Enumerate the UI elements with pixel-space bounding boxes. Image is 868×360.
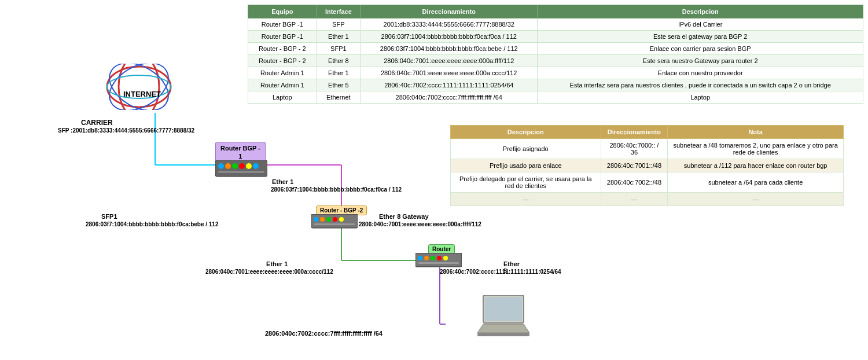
svg-point-10: [104, 64, 174, 110]
sub-cell-direccionamiento: 2806:40c:7002::/48: [601, 172, 668, 193]
svg-point-15: [225, 163, 231, 169]
svg-point-33: [443, 256, 448, 260]
sub-table-row: Prefijo usado para enlace2806:40c:7001::…: [451, 159, 844, 172]
svg-point-25: [333, 217, 337, 222]
ether1-bgp1-label: Ether 1: [272, 178, 293, 185]
svg-point-31: [431, 256, 435, 260]
ether1-admin-label: Ether 1: [266, 260, 288, 267]
svg-rect-34: [418, 262, 459, 264]
svg-marker-37: [477, 324, 529, 333]
cell-descripcion: Enlace con nuestro proveedor: [538, 67, 863, 79]
col-descripcion: Descripcion: [538, 5, 863, 19]
svg-point-19: [253, 163, 259, 169]
cell-descripcion: Esta interfaz sera para nuestros cliente…: [538, 79, 863, 91]
ether1-bgp1-addr: 2806:03f7:1004:bbbb:bbbb:bbbb:f0ca:f0ca …: [271, 186, 402, 193]
internet-cloud: [104, 64, 174, 111]
svg-point-24: [326, 217, 331, 222]
sub-cell-descripcion: —: [451, 193, 601, 206]
cell-descripcion: IPv6 del Carrier: [538, 19, 863, 31]
svg-rect-36: [485, 297, 522, 321]
router-bgp1-icon: [215, 160, 267, 179]
connection-lines: [0, 0, 446, 360]
router-bgp2-icon: [311, 214, 358, 230]
cell-descripcion: Este sera el gateway para BGP 2: [538, 31, 863, 43]
laptop-icon: [477, 295, 529, 340]
sub-cell-nota: subnetear a /64 para cada cliente: [668, 172, 844, 193]
svg-rect-27: [314, 223, 355, 225]
svg-point-30: [424, 256, 429, 260]
sub-cell-nota: —: [668, 193, 844, 206]
sub-table-row: ———: [451, 193, 844, 206]
prefix-table: Descripcion Direccionamiento Nota Prefij…: [450, 125, 844, 206]
svg-rect-38: [477, 333, 529, 336]
ether5-addr: 2806:40c:7002:cccc:1111:1111:1111:0254/6…: [440, 269, 561, 275]
sfp1-label: SFP1: [101, 213, 117, 220]
svg-point-11: [104, 64, 174, 110]
router-admin1-icon: [415, 253, 462, 269]
svg-rect-20: [218, 171, 264, 173]
svg-point-17: [239, 163, 245, 169]
svg-point-16: [232, 163, 238, 169]
sub-table-section: Descripcion Direccionamiento Nota Prefij…: [446, 120, 868, 211]
svg-point-26: [339, 217, 344, 222]
sub-cell-nota: subnetear a /112 para hacer enlace con r…: [668, 159, 844, 172]
internet-label: INTERNET: [123, 90, 161, 98]
svg-point-18: [246, 163, 252, 169]
svg-point-23: [320, 217, 325, 222]
ether8-label: Ether 8 Gateway: [379, 213, 429, 220]
svg-point-8: [107, 67, 171, 107]
sub-table-row: Prefijo delegado por el carrier, se usar…: [451, 172, 844, 193]
carrier-addr: SFP :2001:db8:3333:4444:5555:6666:7777:8…: [58, 127, 194, 134]
sub-cell-descripcion: Prefijo asignado: [451, 139, 601, 159]
sfp1-addr: 2806:03f7:1004:bbbb:bbbb:bbbb:f0ca:bebe …: [86, 221, 219, 227]
ether1-admin-addr: 2806:040c:7001:eeee:eeee:eeee:000a:cccc/…: [205, 269, 333, 275]
cell-descripcion: Laptop: [538, 91, 863, 104]
sub-col-descripcion: Descripcion: [451, 126, 601, 139]
sub-cell-descripcion: Prefijo delegado por el carrier, se usar…: [451, 172, 601, 193]
laptop-addr: 2806:040c:7002:cccc:7fff:ffff:ffff:ffff …: [265, 330, 382, 337]
cell-descripcion: Este sera nuestro Gateway para router 2: [538, 55, 863, 67]
sub-col-direccionamiento: Direccionamiento: [601, 126, 668, 139]
sub-cell-direccionamiento: 2806:40c:7000:: / 36: [601, 139, 668, 159]
sub-cell-nota: subnetear a /48 tomaremos 2, uno para en…: [668, 139, 844, 159]
svg-point-14: [218, 163, 224, 169]
cell-descripcion: Enlace con carrier para sesion BGP: [538, 43, 863, 55]
sub-cell-direccionamiento: —: [601, 193, 668, 206]
sub-cell-direccionamiento: 2806:40c:7001::/48: [601, 159, 668, 172]
svg-point-29: [418, 256, 422, 260]
ether8-addr: 2806:040c:7001:eeee:eeee:eeee:000a:ffff/…: [359, 221, 481, 227]
network-diagram: INTERNET CARRIER SFP :2001:db8:3333:4444…: [0, 0, 446, 360]
sub-col-nota: Nota: [668, 126, 844, 139]
svg-point-22: [314, 217, 318, 222]
svg-point-9: [119, 64, 159, 110]
sub-cell-descripcion: Prefijo usado para enlace: [451, 159, 601, 172]
svg-point-32: [437, 256, 442, 260]
sub-table-row: Prefijo asignado2806:40c:7000:: / 36subn…: [451, 139, 844, 159]
carrier-label: CARRIER: [81, 119, 113, 127]
